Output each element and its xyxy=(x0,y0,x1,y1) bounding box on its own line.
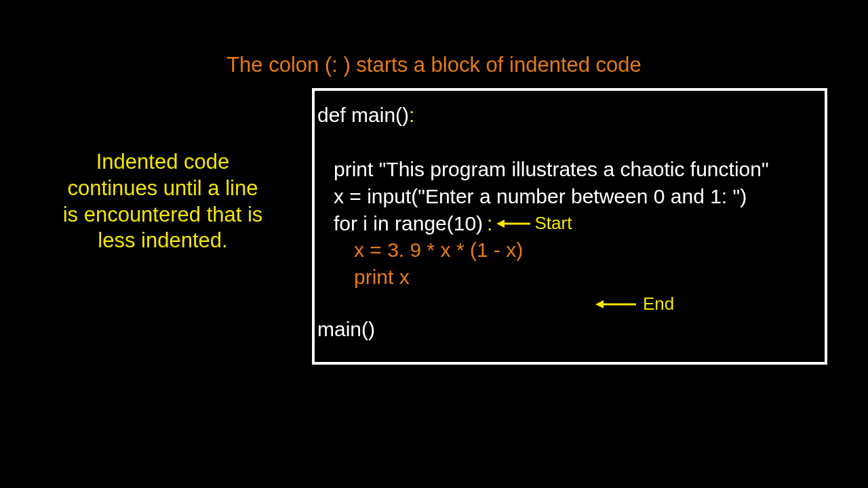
svg-marker-3 xyxy=(595,300,604,308)
arrow-left-icon xyxy=(496,218,530,230)
slide-title: The colon (: ) starts a block of indente… xyxy=(0,53,868,77)
code-line-main-call: main() xyxy=(317,316,822,343)
code-line-input: x = input("Enter a number between 0 and … xyxy=(317,183,822,210)
code-line-for: for i in range(10): Start xyxy=(317,210,822,237)
svg-marker-1 xyxy=(496,220,505,228)
start-label: Start xyxy=(534,211,572,235)
code-line-blank xyxy=(317,129,822,156)
code-line-assign: x = 3. 9 * x * (1 - x) xyxy=(317,237,822,264)
colon-highlight: : xyxy=(409,104,414,126)
code-box: def main(): print "This program illustra… xyxy=(312,88,827,365)
code-text: def main() xyxy=(317,104,409,126)
code-line-def: def main(): xyxy=(317,102,822,129)
code-text: for i in range(10) xyxy=(334,210,483,237)
arrow-left-icon xyxy=(595,298,636,310)
colon-highlight: : xyxy=(487,210,492,237)
end-label: End xyxy=(643,292,674,316)
end-annotation-row: End xyxy=(317,292,822,316)
code-line-print1: print "This program illustrates a chaoti… xyxy=(317,156,822,183)
code-line-print2: print x xyxy=(317,264,822,291)
slide: The colon (: ) starts a block of indente… xyxy=(0,0,868,488)
side-note: Indented code continues until a line is … xyxy=(61,149,264,254)
